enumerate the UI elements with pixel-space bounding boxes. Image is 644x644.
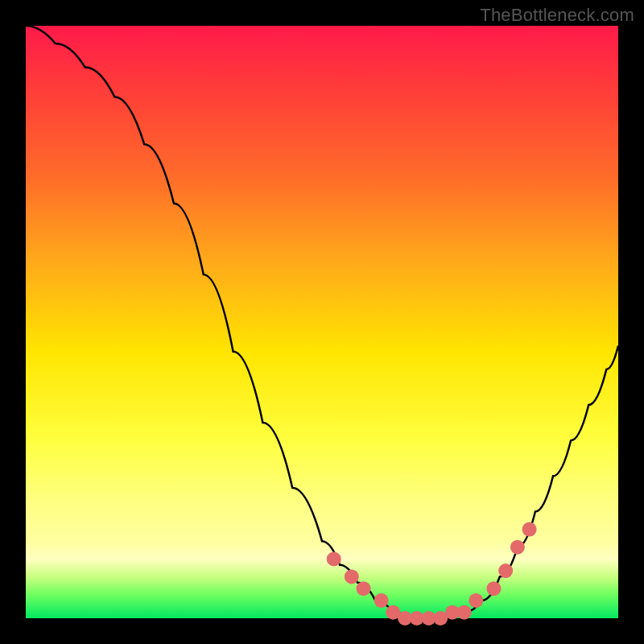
curve-marker: [498, 564, 513, 578]
curve-marker: [522, 522, 537, 537]
curve-marker: [345, 569, 359, 584]
curve-marker: [469, 593, 483, 608]
curve-marker: [457, 605, 472, 620]
watermark-text: TheBottleneck.com: [480, 5, 634, 26]
curve-marker: [510, 540, 525, 555]
curve-marker: [357, 581, 371, 596]
curve-markers: [327, 522, 537, 625]
chart-svg: [0, 0, 644, 644]
curve-marker: [327, 551, 341, 566]
curve-marker: [486, 581, 501, 596]
curve-marker: [374, 593, 389, 608]
